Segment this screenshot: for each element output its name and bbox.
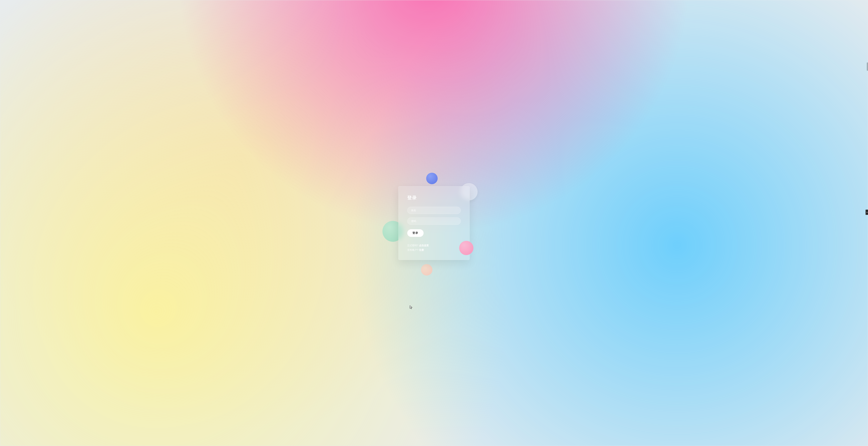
forgot-password-prompt: 忘记密码? [407,244,419,247]
stage: 登录 登录 忘记密码? 点击这里 没有账户? 注册 [0,0,868,446]
chevron-left-icon: ◂ [866,211,867,213]
side-panel-toggle[interactable]: ◂ [866,210,868,215]
name-input[interactable] [407,207,461,214]
forgot-password-link[interactable]: 点击这里 [419,244,429,247]
login-button[interactable]: 登录 [407,229,424,237]
login-card: 登录 登录 忘记密码? 点击这里 没有账户? 注册 [398,186,470,260]
scrollbar-thumb[interactable] [867,62,868,71]
decoration-circle-blue [426,173,438,184]
password-input[interactable] [407,217,461,225]
register-link[interactable]: 注册 [419,248,424,251]
login-card-wrap: 登录 登录 忘记密码? 点击这里 没有账户? 注册 [398,186,470,260]
helper-links: 忘记密码? 点击这里 没有账户? 注册 [407,243,461,252]
decoration-circle-peach [421,264,432,276]
no-account-line: 没有账户? 注册 [407,248,461,252]
no-account-prompt: 没有账户? [407,248,419,251]
forgot-password-line: 忘记密码? 点击这里 [407,243,461,248]
decoration-circle-pink [459,241,473,255]
login-title: 登录 [407,195,461,201]
